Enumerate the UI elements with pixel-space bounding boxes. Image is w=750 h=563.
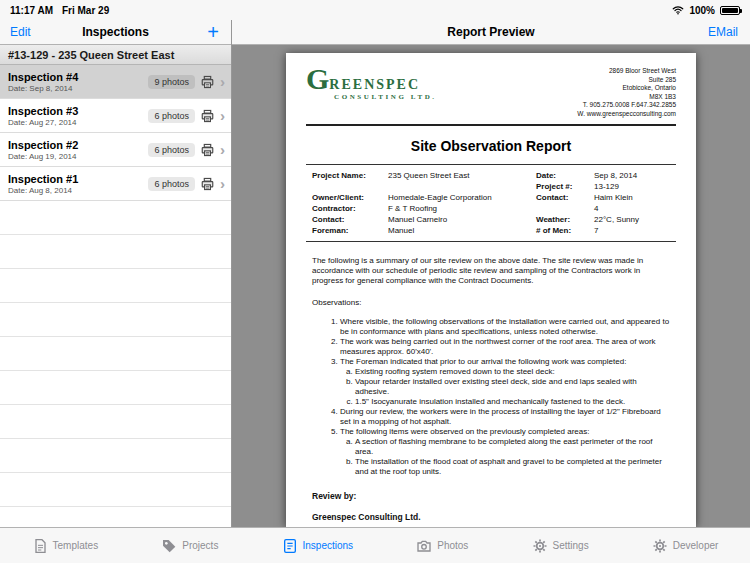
inspection-title: Inspection #3 [8, 105, 148, 117]
company-signature: Greenspec Consulting Ltd. [312, 512, 670, 522]
projects-icon [161, 538, 177, 554]
inspection-title: Inspection #2 [8, 139, 148, 151]
field-label: Weather: [536, 214, 594, 225]
field-value: Manuel [388, 225, 536, 236]
header-divider [306, 124, 676, 126]
report-preview-panel: Report Preview EMail G REENSPEC CONSULTI… [232, 20, 750, 527]
add-inspection-button[interactable]: + [207, 23, 231, 41]
inspection-list: Inspection #4 Date: Sep 8, 2014 9 photos… [0, 65, 231, 527]
sidebar-title: Inspections [0, 25, 231, 39]
field-row: Owner/Client: Homedale-Eagle Corporation… [312, 192, 670, 203]
wifi-icon [672, 4, 684, 16]
observation-subitem: 1.5" Isocyanurate insulation installed a… [355, 397, 670, 407]
printer-icon[interactable] [200, 75, 215, 89]
observation-sublist: A section of flashing membrane to be com… [340, 437, 670, 477]
address-line: W. www.greenspecconsulting.com [577, 110, 676, 119]
observation-item: Where visible, the following observation… [340, 317, 670, 337]
field-label: Project #: [536, 181, 594, 192]
report-page: G REENSPEC CONSULTING LTD. 2869 Bloor St… [286, 53, 696, 527]
chevron-right-icon: › [220, 108, 231, 123]
inspections-icon [282, 538, 298, 554]
developer-icon [652, 538, 668, 554]
chevron-right-icon: › [220, 176, 231, 191]
photos-icon [416, 538, 432, 554]
field-value: F & T Roofing [388, 203, 536, 214]
field-label: # of Men: [536, 225, 594, 236]
sidebar-navbar: Edit Inspections + [0, 20, 231, 45]
inspection-row[interactable]: Inspection #1 Date: Aug 8, 2014 6 photos… [0, 167, 231, 201]
report-title: Site Observation Report [306, 138, 676, 154]
field-value: 13-129 [594, 181, 670, 192]
report-fields-table: Project Name: 235 Queen Street East Date… [306, 164, 676, 242]
tab-projects[interactable]: Projects [161, 538, 218, 554]
inspection-date: Date: Aug 8, 2014 [8, 186, 148, 195]
tab-photos[interactable]: Photos [416, 538, 468, 554]
empty-list-row [0, 269, 231, 303]
field-label [536, 203, 594, 214]
field-label: Contact: [536, 192, 594, 203]
printer-icon[interactable] [200, 109, 215, 123]
printer-icon[interactable] [200, 177, 215, 191]
main-split: Edit Inspections + #13-129 - 235 Queen S… [0, 20, 750, 527]
field-value: Homedale-Eagle Corporation [388, 192, 536, 203]
status-right: 100% [672, 4, 740, 16]
preview-title: Report Preview [232, 25, 750, 39]
field-value: Manuel Carneiro [388, 214, 536, 225]
printer-icon[interactable] [200, 143, 215, 157]
inspection-date: Date: Aug 19, 2014 [8, 152, 148, 161]
app-screen: 11:17 AM Fri Mar 29 100% Edit Inspection… [0, 0, 750, 563]
review-by-label: Review by: [312, 491, 670, 501]
company-logo: G REENSPEC CONSULTING LTD. [306, 67, 437, 101]
edit-button[interactable]: Edit [0, 25, 31, 39]
observation-item: The Foreman indicated that prior to our … [340, 357, 670, 407]
empty-list-row [0, 371, 231, 405]
empty-list-row [0, 201, 231, 235]
inspection-date: Date: Aug 27, 2014 [8, 118, 148, 127]
observation-sublist: Existing roofing system removed down to … [340, 367, 670, 407]
inspection-row-text: Inspection #4 Date: Sep 8, 2014 [8, 71, 148, 93]
photos-count-badge: 9 photos [148, 75, 195, 89]
empty-list-row [0, 473, 231, 507]
address-line: T. 905.275.0008 F.647.342.2855 [577, 101, 676, 110]
chevron-right-icon: › [220, 142, 231, 157]
observation-item: The work was being carried out in the no… [340, 337, 670, 357]
field-row: Contractor: F & T Roofing 4 [312, 203, 670, 214]
inspection-title: Inspection #4 [8, 71, 148, 83]
field-label: Date: [536, 170, 594, 181]
status-time: 11:17 AM [10, 5, 53, 16]
logo-subtitle: CONSULTING LTD. [334, 93, 437, 101]
document-area: G REENSPEC CONSULTING LTD. 2869 Bloor St… [232, 45, 750, 527]
field-label: Contact: [312, 214, 388, 225]
field-label [312, 181, 388, 192]
empty-list-row [0, 507, 231, 527]
company-address: 2869 Bloor Street WestSuite 285Etobicoke… [577, 67, 676, 118]
inspection-row[interactable]: Inspection #2 Date: Aug 19, 2014 6 photo… [0, 133, 231, 167]
email-button[interactable]: EMail [708, 25, 750, 39]
observation-subitem: The installation of the flood coat of as… [355, 457, 670, 477]
empty-list-row [0, 439, 231, 473]
status-date: Fri Mar 29 [62, 5, 109, 16]
tab-developer[interactable]: Developer [652, 538, 719, 554]
empty-list-row [0, 303, 231, 337]
inspection-row[interactable]: Inspection #3 Date: Aug 27, 2014 6 photo… [0, 99, 231, 133]
tab-settings[interactable]: Settings [532, 538, 589, 554]
observation-subitem: Existing roofing system removed down to … [355, 367, 670, 377]
field-value: 22°C, Sunny [594, 214, 670, 225]
observation-item: During our review, the workers were in t… [340, 407, 670, 427]
tab-label: Templates [53, 540, 99, 551]
tab-label: Developer [673, 540, 719, 551]
observation-subitem: A section of flashing membrane to be com… [355, 437, 670, 457]
tab-templates[interactable]: Templates [32, 538, 99, 554]
field-row: Project Name: 235 Queen Street East Date… [312, 170, 670, 181]
field-value: Haim Klein [594, 192, 670, 203]
tab-inspections[interactable]: Inspections [282, 538, 354, 554]
observations-label: Observations: [312, 298, 670, 307]
inspection-date: Date: Sep 8, 2014 [8, 84, 148, 93]
empty-list-row [0, 235, 231, 269]
inspection-title: Inspection #1 [8, 173, 148, 185]
inspection-row[interactable]: Inspection #4 Date: Sep 8, 2014 9 photos… [0, 65, 231, 99]
logo-initial: G [306, 67, 329, 91]
photos-count-badge: 6 photos [148, 177, 195, 191]
logo-name: REENSPEC [329, 77, 420, 93]
tab-label: Inspections [303, 540, 354, 551]
